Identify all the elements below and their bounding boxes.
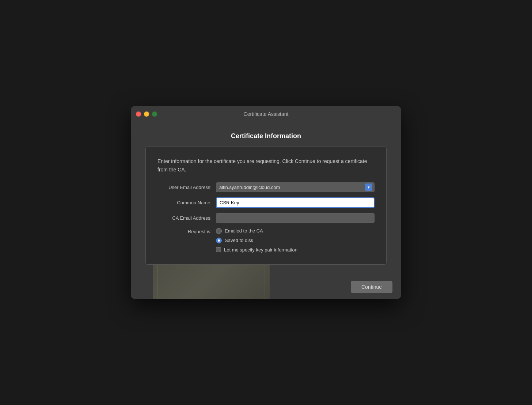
ca-email-row: CA Email Address:: [157, 213, 375, 223]
email-input-wrap: [216, 182, 375, 192]
minimize-button[interactable]: [144, 111, 149, 117]
email-row: User Email Address:: [157, 182, 375, 192]
close-button[interactable]: [136, 111, 141, 117]
window-body: Certificate Information Enter informatio…: [131, 122, 401, 275]
radio-options-group: Emailed to the CA Saved to disk Let me s…: [216, 228, 297, 253]
request-row: Request is: Emailed to the CA Saved to d…: [157, 228, 375, 253]
ca-email-input-wrap: [216, 213, 375, 223]
traffic-lights: [136, 111, 157, 117]
continue-button[interactable]: Continue: [351, 281, 392, 293]
ca-email-label: CA Email Address:: [157, 215, 216, 221]
checkbox-keypair[interactable]: Let me specify key pair information: [216, 247, 297, 253]
checkbox-keypair-box[interactable]: [216, 247, 221, 252]
titlebar: Certificate Assistant: [131, 106, 401, 122]
common-name-label: Common Name:: [157, 200, 216, 205]
request-label: Request is:: [157, 228, 216, 234]
common-name-row: Common Name:: [157, 197, 375, 208]
checkbox-keypair-label: Let me specify key pair information: [224, 247, 297, 253]
radio-saved-circle[interactable]: [216, 238, 222, 243]
radio-saved[interactable]: Saved to disk: [216, 238, 297, 243]
window-title: Certificate Assistant: [244, 111, 289, 117]
radio-emailed-label: Emailed to the CA: [225, 228, 263, 234]
certificate-assistant-window: Certificate Assistant Certificate Inform…: [131, 106, 401, 299]
form-panel: Enter information for the certificate yo…: [145, 147, 387, 265]
section-title: Certificate Information: [145, 132, 387, 140]
maximize-button[interactable]: [152, 111, 157, 117]
common-name-input[interactable]: [216, 197, 375, 208]
radio-saved-label: Saved to disk: [225, 238, 253, 243]
email-label: User Email Address:: [157, 185, 216, 190]
ca-email-input[interactable]: [216, 213, 375, 223]
instructions-text: Enter information for the certificate yo…: [157, 157, 375, 174]
radio-emailed-circle[interactable]: [216, 228, 222, 234]
common-name-input-wrap: [216, 197, 375, 208]
email-input[interactable]: [216, 182, 375, 192]
radio-emailed[interactable]: Emailed to the CA: [216, 228, 297, 234]
